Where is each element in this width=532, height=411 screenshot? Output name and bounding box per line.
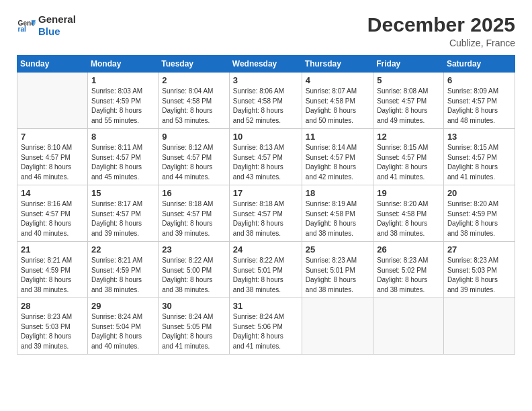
calendar-cell: 20Sunrise: 8:20 AM Sunset: 4:59 PM Dayli… [443, 185, 515, 242]
calendar-cell: 19Sunrise: 8:20 AM Sunset: 4:58 PM Dayli… [373, 185, 444, 242]
day-info: Sunrise: 8:21 AM Sunset: 4:59 PM Dayligh… [91, 256, 154, 295]
day-number: 20 [447, 188, 511, 198]
calendar-cell: 13Sunrise: 8:15 AM Sunset: 4:57 PM Dayli… [443, 129, 515, 185]
day-number: 8 [91, 132, 154, 142]
day-info: Sunrise: 8:19 AM Sunset: 4:58 PM Dayligh… [306, 199, 369, 238]
calendar-cell: 17Sunrise: 8:18 AM Sunset: 4:57 PM Dayli… [229, 185, 302, 242]
day-number: 14 [21, 188, 84, 198]
calendar-cell: 18Sunrise: 8:19 AM Sunset: 4:58 PM Dayli… [302, 185, 373, 242]
day-info: Sunrise: 8:22 AM Sunset: 5:00 PM Dayligh… [162, 256, 226, 295]
col-sunday: Sunday [17, 56, 88, 73]
calendar-cell: 21Sunrise: 8:21 AM Sunset: 4:59 PM Dayli… [17, 242, 88, 298]
week-row-5: 28Sunrise: 8:23 AM Sunset: 5:03 PM Dayli… [17, 298, 515, 355]
day-info: Sunrise: 8:12 AM Sunset: 4:57 PM Dayligh… [162, 143, 226, 182]
day-number: 29 [91, 301, 154, 311]
day-number: 3 [233, 75, 298, 85]
day-info: Sunrise: 8:20 AM Sunset: 4:59 PM Dayligh… [447, 199, 511, 238]
day-info: Sunrise: 8:10 AM Sunset: 4:57 PM Dayligh… [21, 143, 84, 182]
calendar-cell: 4Sunrise: 8:07 AM Sunset: 4:58 PM Daylig… [302, 73, 373, 129]
day-number: 12 [377, 132, 440, 142]
calendar-cell: 14Sunrise: 8:16 AM Sunset: 4:57 PM Dayli… [17, 185, 88, 242]
calendar-cell: 8Sunrise: 8:11 AM Sunset: 4:57 PM Daylig… [87, 129, 158, 185]
day-number: 13 [447, 132, 511, 142]
day-number: 30 [162, 301, 226, 311]
calendar-cell: 7Sunrise: 8:10 AM Sunset: 4:57 PM Daylig… [17, 129, 88, 185]
day-info: Sunrise: 8:14 AM Sunset: 4:57 PM Dayligh… [306, 143, 369, 182]
day-number: 31 [233, 301, 298, 311]
day-info: Sunrise: 8:16 AM Sunset: 4:57 PM Dayligh… [21, 199, 84, 238]
col-thursday: Thursday [302, 56, 373, 73]
day-info: Sunrise: 8:18 AM Sunset: 4:57 PM Dayligh… [233, 199, 298, 238]
day-info: Sunrise: 8:15 AM Sunset: 4:57 PM Dayligh… [377, 143, 440, 182]
calendar-cell: 26Sunrise: 8:23 AM Sunset: 5:02 PM Dayli… [373, 242, 444, 298]
calendar-cell: 22Sunrise: 8:21 AM Sunset: 4:59 PM Dayli… [87, 242, 158, 298]
calendar-cell: 28Sunrise: 8:23 AM Sunset: 5:03 PM Dayli… [17, 298, 88, 355]
calendar-cell [302, 298, 373, 355]
col-friday: Friday [373, 56, 444, 73]
main-title: December 2025 [367, 13, 515, 36]
calendar-cell: 2Sunrise: 8:04 AM Sunset: 4:58 PM Daylig… [159, 73, 230, 129]
day-number: 22 [91, 244, 154, 255]
col-tuesday: Tuesday [159, 56, 230, 73]
week-row-3: 14Sunrise: 8:16 AM Sunset: 4:57 PM Dayli… [17, 185, 515, 242]
col-wednesday: Wednesday [229, 56, 302, 73]
header: Gene ral General Blue December 2025 Cubl… [17, 13, 515, 48]
day-number: 9 [162, 132, 226, 142]
day-info: Sunrise: 8:23 AM Sunset: 5:03 PM Dayligh… [447, 256, 511, 295]
day-number: 23 [162, 244, 226, 255]
calendar-cell: 23Sunrise: 8:22 AM Sunset: 5:00 PM Dayli… [159, 242, 230, 298]
day-info: Sunrise: 8:03 AM Sunset: 4:59 PM Dayligh… [91, 87, 154, 126]
logo-line2: Blue [38, 26, 76, 38]
calendar-cell [443, 298, 515, 355]
calendar-cell: 24Sunrise: 8:22 AM Sunset: 5:01 PM Dayli… [229, 242, 302, 298]
calendar-cell: 3Sunrise: 8:06 AM Sunset: 4:58 PM Daylig… [229, 73, 302, 129]
logo-line1: General [38, 13, 76, 26]
day-number: 15 [91, 188, 154, 198]
day-number: 5 [377, 75, 440, 85]
day-number: 11 [306, 132, 369, 142]
day-number: 18 [306, 188, 369, 198]
week-row-1: 1Sunrise: 8:03 AM Sunset: 4:59 PM Daylig… [17, 73, 515, 129]
day-info: Sunrise: 8:07 AM Sunset: 4:58 PM Dayligh… [306, 87, 369, 126]
week-row-2: 7Sunrise: 8:10 AM Sunset: 4:57 PM Daylig… [17, 129, 515, 185]
day-info: Sunrise: 8:13 AM Sunset: 4:57 PM Dayligh… [233, 143, 298, 182]
day-info: Sunrise: 8:24 AM Sunset: 5:04 PM Dayligh… [91, 312, 154, 351]
calendar-cell: 30Sunrise: 8:24 AM Sunset: 5:05 PM Dayli… [159, 298, 230, 355]
day-info: Sunrise: 8:15 AM Sunset: 4:57 PM Dayligh… [447, 143, 511, 182]
day-info: Sunrise: 8:11 AM Sunset: 4:57 PM Dayligh… [91, 143, 154, 182]
col-monday: Monday [87, 56, 158, 73]
subtitle: Cublize, France [367, 38, 515, 48]
day-number: 19 [377, 188, 440, 198]
day-number: 27 [447, 244, 511, 255]
calendar-cell: 5Sunrise: 8:08 AM Sunset: 4:57 PM Daylig… [373, 73, 444, 129]
day-info: Sunrise: 8:04 AM Sunset: 4:58 PM Dayligh… [162, 87, 226, 126]
day-number: 25 [306, 244, 369, 255]
day-info: Sunrise: 8:09 AM Sunset: 4:57 PM Dayligh… [447, 87, 511, 126]
calendar-cell: 25Sunrise: 8:23 AM Sunset: 5:01 PM Dayli… [302, 242, 373, 298]
day-number: 6 [447, 75, 511, 85]
calendar-cell: 9Sunrise: 8:12 AM Sunset: 4:57 PM Daylig… [159, 129, 230, 185]
calendar-cell: 10Sunrise: 8:13 AM Sunset: 4:57 PM Dayli… [229, 129, 302, 185]
day-info: Sunrise: 8:17 AM Sunset: 4:57 PM Dayligh… [91, 199, 154, 238]
calendar-cell: 16Sunrise: 8:18 AM Sunset: 4:57 PM Dayli… [159, 185, 230, 242]
day-number: 24 [233, 244, 298, 255]
calendar-cell: 11Sunrise: 8:14 AM Sunset: 4:57 PM Dayli… [302, 129, 373, 185]
calendar-cell: 12Sunrise: 8:15 AM Sunset: 4:57 PM Dayli… [373, 129, 444, 185]
svg-text:ral: ral [18, 26, 27, 33]
logo-icon: Gene ral [17, 16, 36, 35]
week-row-4: 21Sunrise: 8:21 AM Sunset: 4:59 PM Dayli… [17, 242, 515, 298]
calendar-cell [17, 73, 88, 129]
day-number: 10 [233, 132, 298, 142]
calendar-cell: 6Sunrise: 8:09 AM Sunset: 4:57 PM Daylig… [443, 73, 515, 129]
day-info: Sunrise: 8:23 AM Sunset: 5:02 PM Dayligh… [377, 256, 440, 295]
title-block: December 2025 Cublize, France [367, 13, 515, 48]
calendar-cell: 29Sunrise: 8:24 AM Sunset: 5:04 PM Dayli… [87, 298, 158, 355]
day-info: Sunrise: 8:23 AM Sunset: 5:03 PM Dayligh… [21, 312, 84, 351]
day-number: 21 [21, 244, 84, 255]
col-saturday: Saturday [443, 56, 515, 73]
calendar-header-row: Sunday Monday Tuesday Wednesday Thursday… [17, 56, 515, 73]
logo: Gene ral General Blue [17, 13, 76, 38]
calendar-cell: 1Sunrise: 8:03 AM Sunset: 4:59 PM Daylig… [87, 73, 158, 129]
calendar-cell: 27Sunrise: 8:23 AM Sunset: 5:03 PM Dayli… [443, 242, 515, 298]
calendar-table: Sunday Monday Tuesday Wednesday Thursday… [17, 55, 515, 355]
